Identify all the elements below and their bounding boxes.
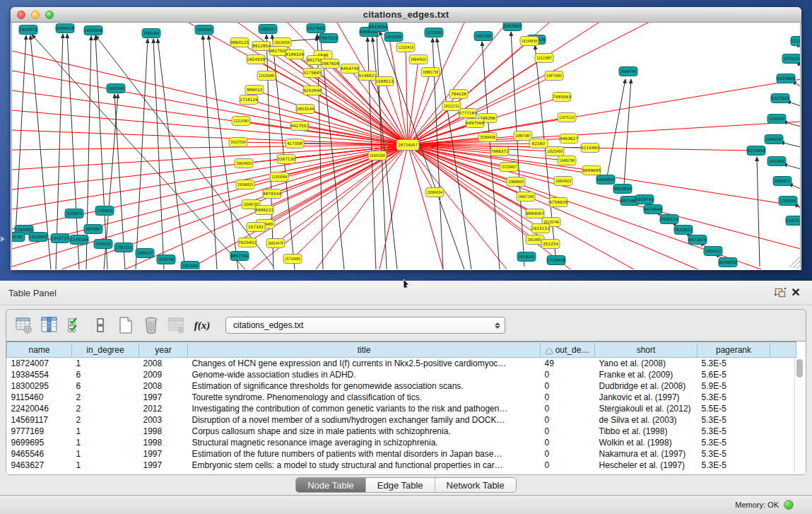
- graph-node-yellow[interactable]: 9756928: [549, 198, 567, 207]
- graph-node-yellow[interactable]: 18724007: [396, 140, 419, 151]
- graph-node-yellow[interactable]: 15720407: [500, 163, 518, 172]
- table-cell[interactable]: 6: [72, 380, 139, 392]
- graph-node-yellow[interactable]: 11353584: [270, 173, 288, 182]
- graph-node-teal[interactable]: 1527602: [307, 24, 325, 33]
- graph-node-yellow[interactable]: 12975123: [558, 113, 576, 122]
- table-cell[interactable]: 2008: [139, 358, 188, 369]
- table-cell[interactable]: 18724007: [7, 358, 72, 369]
- table-cell[interactable]: 1997: [139, 392, 188, 403]
- citation-network-graph[interactable]: 2405572208941818919062069140615876068106…: [12, 23, 801, 269]
- graph-node-teal[interactable]: 20691406: [142, 29, 160, 38]
- table-cell[interactable]: Stergiakouli et al. (2012): [595, 403, 698, 414]
- table-row[interactable]: 2242004622012Investigating the contribut…: [7, 403, 796, 414]
- graph-node-teal[interactable]: 9329966: [777, 74, 795, 83]
- graph-node-teal[interactable]: 7957224: [319, 34, 338, 43]
- graph-node-yellow[interactable]: 417008: [286, 139, 304, 148]
- graph-node-yellow[interactable]: 9115460: [581, 144, 599, 153]
- table-cell[interactable]: 9777169: [7, 426, 72, 437]
- graph-node-yellow[interactable]: 7625402: [238, 238, 257, 247]
- network-view-window[interactable]: citations_edges.txt 24055722089418189190…: [11, 7, 801, 270]
- graph-node-teal[interactable]: 7632621: [674, 226, 693, 235]
- row-options-button[interactable]: [90, 315, 111, 336]
- table-cell[interactable]: 0: [541, 437, 595, 448]
- table-cell[interactable]: 5.6E-5: [698, 369, 770, 380]
- table-row[interactable]: 969969511998Structural magnetic resonanc…: [7, 437, 796, 448]
- graph-node-yellow[interactable]: 8427552: [290, 122, 309, 131]
- graph-node-teal[interactable]: 10719195: [425, 28, 443, 37]
- table-cell[interactable]: 0: [541, 414, 595, 426]
- graph-node-yellow[interactable]: 157342: [247, 223, 265, 232]
- table-cell[interactable]: Tourette syndrome. Phenomenology and cla…: [188, 392, 541, 403]
- graph-node-yellow[interactable]: 8186328: [286, 50, 304, 59]
- graph-node-yellow[interactable]: 18210722: [442, 102, 461, 111]
- table-cell[interactable]: 2: [72, 403, 139, 414]
- table-cell[interactable]: 1: [72, 437, 139, 448]
- graph-node-yellow[interactable]: 18107554: [229, 138, 247, 147]
- graph-node-teal[interactable]: 17359928: [95, 206, 114, 216]
- graph-node-teal[interactable]: 16782759: [157, 255, 175, 264]
- table-cell[interactable]: Genome-wide association studies in ADHD.: [188, 369, 541, 380]
- table-cell[interactable]: Corpus callosum shape and size in male p…: [188, 426, 541, 437]
- graph-node-teal[interactable]: 9227342: [771, 94, 789, 103]
- graph-node-yellow[interactable]: 11325419: [396, 43, 415, 52]
- table-cell[interactable]: 1: [72, 460, 139, 471]
- graph-node-teal[interactable]: 2089418: [56, 24, 74, 33]
- graph-node-yellow[interactable]: 9463627: [560, 134, 578, 144]
- graph-node-teal[interactable]: 8813054: [369, 23, 387, 32]
- table-cell[interactable]: 5.9E-5: [698, 380, 770, 392]
- column-header-out-de-[interactable]: out_de…: [541, 342, 595, 358]
- table-cell[interactable]: 18300295: [7, 380, 72, 392]
- graph-node-yellow[interactable]: 8454749: [341, 64, 359, 74]
- graph-node-teal[interactable]: 20206576: [65, 209, 83, 218]
- table-cell[interactable]: Disruption of a novel member of a sodium…: [188, 414, 541, 426]
- import-table-button-disabled[interactable]: [166, 315, 187, 336]
- graph-node-yellow[interactable]: 20364436: [478, 133, 497, 142]
- graph-node-teal[interactable]: 1215682: [29, 233, 47, 242]
- graph-node-yellow[interactable]: 10807487: [514, 132, 532, 141]
- graph-node-teal[interactable]: 8953924: [613, 185, 632, 194]
- table-cell[interactable]: Dudbridge et al. (2008): [595, 380, 698, 392]
- table-cell[interactable]: 22420046: [7, 403, 72, 414]
- graph-node-teal[interactable]: 19218506: [384, 33, 403, 42]
- table-cell[interactable]: 0: [541, 460, 595, 471]
- table-cell[interactable]: 0: [541, 448, 595, 460]
- table-cell[interactable]: 1: [72, 448, 139, 460]
- graph-node-yellow[interactable]: 1615152: [531, 224, 550, 233]
- graph-node-teal[interactable]: 9319741: [635, 195, 654, 204]
- graph-node-teal[interactable]: 93139: [12, 233, 25, 242]
- column-header-year[interactable]: year: [139, 342, 188, 358]
- column-header-short[interactable]: short: [595, 342, 698, 358]
- graph-node-teal[interactable]: 12444139: [765, 135, 783, 144]
- graph-node-teal[interactable]: 2087682: [503, 23, 522, 31]
- graph-node-yellow[interactable]: 18640910: [409, 55, 428, 64]
- graph-node-yellow[interactable]: 1588513: [375, 77, 394, 86]
- graph-node-teal[interactable]: 12093582: [767, 115, 786, 124]
- table-cell[interactable]: Investigating the contribution of common…: [188, 403, 541, 414]
- graph-node-teal[interactable]: 14671355: [474, 32, 493, 41]
- delete-table-button[interactable]: [141, 315, 162, 336]
- graph-node-teal[interactable]: 12923468: [181, 262, 199, 270]
- new-table-button[interactable]: [115, 315, 136, 336]
- table-cell[interactable]: 49: [541, 358, 595, 369]
- panel-collapse-arrow[interactable]: [1, 236, 5, 242]
- table-cell[interactable]: 9463627: [7, 460, 72, 471]
- table-row[interactable]: 946554611997Estimation of the future num…: [7, 448, 796, 460]
- graph-node-yellow[interactable]: 2718126: [240, 95, 258, 105]
- graph-node-yellow[interactable]: 9146821: [358, 71, 377, 81]
- table-cell[interactable]: 6: [72, 369, 139, 380]
- table-cell[interactable]: 14569117: [7, 414, 72, 426]
- table-cell[interactable]: 9465546: [7, 448, 72, 460]
- table-cell[interactable]: 2003: [139, 414, 188, 426]
- graph-node-teal[interactable]: 8471676: [688, 235, 707, 245]
- graph-node-yellow[interactable]: 6497568: [466, 119, 484, 128]
- graph-node-teal[interactable]: 29053346: [107, 84, 125, 93]
- table-row[interactable]: 1938455462009Genome-wide association stu…: [7, 369, 796, 380]
- tab-edge-table[interactable]: Edge Table: [366, 478, 435, 492]
- table-cell[interactable]: 2008: [139, 380, 188, 392]
- graph-node-teal[interactable]: 15992971: [773, 177, 792, 186]
- graph-node-yellow[interactable]: 9699695: [582, 166, 601, 175]
- graph-node-teal[interactable]: 1640954: [596, 175, 615, 185]
- table-cell[interactable]: 0: [541, 403, 595, 414]
- table-cell[interactable]: 0: [541, 392, 595, 403]
- select-column-button[interactable]: [39, 315, 60, 336]
